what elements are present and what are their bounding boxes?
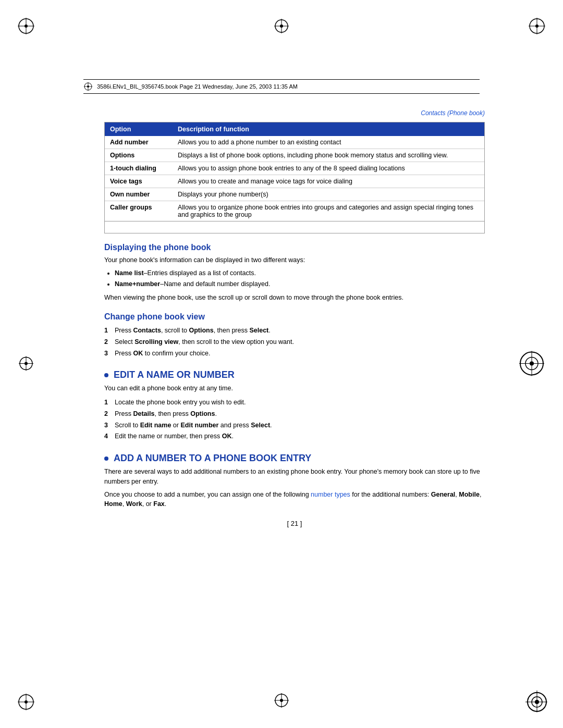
svg-point-20 xyxy=(280,24,283,28)
description-cell: Allows you to create and manage voice ta… xyxy=(173,175,484,188)
option-cell: Add number xyxy=(105,136,173,149)
corner-mark-tr xyxy=(516,16,547,47)
svg-point-7 xyxy=(535,24,538,28)
option-cell: Voice tags xyxy=(105,175,173,188)
edit-heading: EDIT A NAME OR NUMBER xyxy=(104,369,485,380)
change-view-steps: 1 Press Contacts, scroll to Options, the… xyxy=(104,326,485,358)
svg-point-11 xyxy=(25,700,28,704)
step-text: Scroll to Edit name or Edit number and p… xyxy=(115,421,272,430)
table-row: Caller groups Allows you to organize pho… xyxy=(105,201,484,221)
add-number-heading: ADD A NUMBER TO A PHONE BOOK ENTRY xyxy=(104,453,485,464)
description-cell: Allows you to assign phone book entries … xyxy=(173,162,484,175)
displaying-section: Displaying the phone book Your phone boo… xyxy=(104,243,485,303)
add-number-heading-text: ADD A NUMBER TO A PHONE BOOK ENTRY xyxy=(114,453,311,464)
description-cell: Allows you to organize phone book entrie… xyxy=(173,201,484,221)
description-cell: Displays your phone number(s) xyxy=(173,188,484,201)
list-item: 1 Locate the phone book entry you wish t… xyxy=(104,398,485,408)
bullet-sep-1: – xyxy=(144,269,148,277)
list-item: 2 Press Details, then press Options. xyxy=(104,409,485,419)
table-row: Own number Displays your phone number(s) xyxy=(105,188,484,201)
add-number-para2: Once you choose to add a number, you can… xyxy=(104,490,485,510)
edit-heading-text: EDIT A NAME OR NUMBER xyxy=(114,369,235,380)
step-num: 4 xyxy=(104,431,112,441)
section-label: Contacts (Phone book) xyxy=(104,109,485,117)
corner-mark-br xyxy=(516,681,547,712)
option-cell: Options xyxy=(105,149,173,162)
list-item: Name list–Entries displayed as a list of… xyxy=(115,268,485,278)
option-cell: Own number xyxy=(105,188,173,201)
number-types-link[interactable]: number types xyxy=(311,491,350,498)
bullet-term-2: Name+number xyxy=(115,280,160,288)
list-item: 3 Scroll to Edit name or Edit number and… xyxy=(104,421,485,430)
step-text: Press OK to confirm your choice. xyxy=(115,349,210,359)
list-item: 3 Press OK to confirm your choice. xyxy=(104,349,485,359)
step-text: Press Details, then press Options. xyxy=(115,409,217,419)
crosshair-icon xyxy=(83,82,93,91)
step-num: 1 xyxy=(104,326,112,336)
bullet-text-2: Name and default number displayed. xyxy=(164,280,270,288)
list-item: Name+number–Name and default number disp… xyxy=(115,279,485,289)
col-option: Option xyxy=(105,122,173,136)
change-view-heading: Change phone book view xyxy=(104,312,485,322)
mid-mark-left xyxy=(16,353,36,375)
displaying-body: When viewing the phone book, use the scr… xyxy=(104,293,485,303)
options-table-container: Option Description of function Add numbe… xyxy=(104,122,485,233)
step-num: 3 xyxy=(104,349,112,359)
mid-mark-top xyxy=(271,16,292,38)
mid-mark-right xyxy=(516,348,547,380)
list-item: 1 Press Contacts, scroll to Options, the… xyxy=(104,326,485,336)
step-num: 2 xyxy=(104,337,112,347)
table-header: Option Description of function xyxy=(105,122,484,136)
add-number-para1: There are several ways to add additional… xyxy=(104,467,485,487)
displaying-heading: Displaying the phone book xyxy=(104,243,485,252)
table-row: Add number Allows you to add a phone num… xyxy=(105,136,484,149)
step-num: 3 xyxy=(104,421,112,430)
svg-point-28 xyxy=(25,362,28,365)
displaying-intro: Your phone book's information can be dis… xyxy=(104,255,485,265)
step-text: Locate the phone book entry you wish to … xyxy=(115,398,246,408)
file-header-text: 3586i.ENv1_BIL_9356745.book Page 21 Wedn… xyxy=(97,83,298,90)
list-item: 2 Select Scrolling view, then scroll to … xyxy=(104,337,485,347)
bullet-term-1: Name list xyxy=(115,269,144,277)
edit-intro: You can edit a phone book entry at any t… xyxy=(104,384,485,393)
list-item: 4 Edit the name or number, then press OK… xyxy=(104,431,485,441)
bullet-icon xyxy=(104,373,108,377)
displaying-bullet-list: Name list–Entries displayed as a list of… xyxy=(115,268,485,289)
svg-point-33 xyxy=(530,361,534,365)
option-cell: Caller groups xyxy=(105,201,173,221)
table-row: Voice tags Allows you to create and mana… xyxy=(105,175,484,188)
option-cell: 1-touch dialing xyxy=(105,162,173,175)
table-row: Options Displays a list of phone book op… xyxy=(105,149,484,162)
bullet-icon xyxy=(104,456,108,461)
para2-before: Once you choose to add a number, you can… xyxy=(104,491,311,498)
corner-mark-bl xyxy=(16,681,47,712)
svg-point-24 xyxy=(280,699,283,702)
description-cell: Displays a list of phone book options, i… xyxy=(173,149,484,162)
table-row: 1-touch dialing Allows you to assign pho… xyxy=(105,162,484,175)
step-text: Select Scrolling view, then scroll to th… xyxy=(115,337,294,347)
col-description: Description of function xyxy=(173,122,484,136)
step-num: 1 xyxy=(104,398,112,408)
mid-mark-bottom xyxy=(271,690,292,712)
svg-point-37 xyxy=(87,85,89,88)
svg-point-3 xyxy=(25,24,28,28)
edit-section: EDIT A NAME OR NUMBER You can edit a pho… xyxy=(104,369,485,441)
page-number: [ 21 ] xyxy=(104,520,485,527)
bullet-text-1: Entries displayed as a list of contacts. xyxy=(148,269,256,277)
description-cell: Allows you to add a phone number to an e… xyxy=(173,136,484,149)
edit-steps: 1 Locate the phone book entry you wish t… xyxy=(104,398,485,441)
add-number-section: ADD A NUMBER TO A PHONE BOOK ENTRY There… xyxy=(104,453,485,509)
file-header: 3586i.ENv1_BIL_9356745.book Page 21 Wedn… xyxy=(83,79,480,94)
step-text: Press Contacts, scroll to Options, then … xyxy=(115,326,271,336)
table-body: Add number Allows you to add a phone num… xyxy=(105,136,484,221)
corner-mark-tl xyxy=(16,16,47,47)
step-text: Edit the name or number, then press OK. xyxy=(115,431,234,441)
page: 3586i.ENv1_BIL_9356745.book Page 21 Wedn… xyxy=(0,0,563,728)
step-num: 2 xyxy=(104,409,112,419)
change-view-section: Change phone book view 1 Press Contacts,… xyxy=(104,312,485,358)
main-content: Contacts (Phone book) Option Description… xyxy=(104,109,485,665)
options-table: Option Description of function Add numbe… xyxy=(105,122,484,221)
